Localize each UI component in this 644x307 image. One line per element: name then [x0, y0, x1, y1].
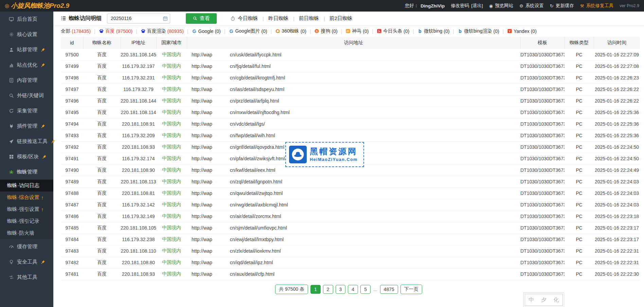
sidebar-item[interactable]: 核心设置: [0, 27, 53, 42]
next-page-button[interactable]: 下一页: [400, 285, 422, 294]
sidebar-subitem[interactable]: 蜘蛛·强引记录: [0, 215, 53, 227]
sidebar-item[interactable]: 后台首页: [0, 12, 53, 27]
filter-separator: |: [341, 29, 342, 34]
cell-url: http://wapcn/fwp/detail/wih.html: [187, 130, 520, 141]
change-password-link[interactable]: 修改密码: [451, 3, 469, 9]
tab-separator: |: [293, 16, 294, 21]
sidebar-item[interactable]: 外链/关键词: [0, 88, 53, 103]
sidebar-item[interactable]: 蜘蛛管理: [0, 164, 53, 180]
sidebar-item[interactable]: 插件管理: [0, 119, 53, 134]
view-button[interactable]: 查看: [186, 13, 217, 24]
repair-tool-link[interactable]: ⚒ 系统修复工具: [580, 3, 614, 9]
sidebar-item[interactable]: 模板/区块: [0, 149, 53, 164]
cell-spider-type: PC: [565, 118, 594, 130]
cell-visit-time: 2025-01-16 22:22:30: [594, 268, 640, 280]
page-button-3[interactable]: 3: [336, 285, 346, 294]
spider-filter[interactable]: S 搜狗 (0): [314, 28, 337, 34]
page-button-4[interactable]: 4: [348, 285, 358, 294]
page-button-5[interactable]: 5: [360, 285, 371, 294]
cell-visit-time: 2025-01-16 22:26:22: [594, 95, 640, 107]
refresh-icon: ↻: [550, 3, 554, 8]
cell-template: DT1030/1030DT3673: [520, 234, 565, 245]
spider-filter[interactable]: b 微软bing (0): [417, 28, 450, 34]
cell-region: 中国境内: [156, 245, 187, 257]
sidebar-item[interactable]: 链接推送工具: [0, 134, 53, 149]
logout-link[interactable]: [退出]: [471, 3, 483, 9]
system-settings-link[interactable]: ⚙ 系统设置: [519, 3, 544, 9]
cell-url: http://wapcn/ewj/detail/lmxtbpy.html: [187, 234, 520, 245]
censored-domain: [212, 87, 230, 92]
spider-filter[interactable]: Y Yandex (0): [507, 29, 537, 34]
spider-filter[interactable]: 头 今日头条 (0): [377, 28, 409, 34]
tab-1[interactable]: 今日蜘蛛: [238, 15, 258, 22]
spider-filter[interactable]: 百度渲染 (80935): [141, 28, 184, 34]
cell-spider-type: PC: [565, 72, 594, 84]
preview-site-link[interactable]: ◉ 预览网站: [489, 3, 513, 9]
col-ip: IP地址: [121, 37, 156, 49]
cell-spider-name: 百度: [83, 84, 121, 95]
spider-filter[interactable]: 360蜘蛛 (0): [275, 28, 306, 34]
update-cache-link[interactable]: ↻ 更新缓存: [550, 3, 574, 9]
spider-filter[interactable]: G Google图片 (0): [229, 28, 267, 34]
cell-spider-type: PC: [565, 268, 594, 280]
cell-template: DT1030/1030DT3673: [520, 118, 565, 130]
filter-separator: |: [453, 29, 454, 34]
cell-spider-name: 百度: [83, 118, 121, 130]
pin-icon: [41, 48, 45, 52]
pin-icon: [41, 260, 45, 264]
cell-spider-type: PC: [565, 49, 594, 60]
spider-filter[interactable]: 百度 (97500): [99, 28, 132, 34]
cell-template: DT1030/1030DT3673: [520, 211, 565, 222]
col-template: 模板: [520, 37, 565, 49]
cell-spider-name: 百度: [83, 257, 121, 268]
sidebar-item[interactable]: 站点优化: [0, 57, 53, 73]
sidebar-item[interactable]: 其他工具: [0, 270, 53, 285]
filter-separator: |: [136, 29, 137, 34]
spider-filter[interactable]: 全部 (178435): [61, 28, 91, 34]
shenma-icon: 神: [345, 29, 351, 34]
sidebar-item[interactable]: 内容管理: [0, 73, 53, 88]
pagination: 共 97500 条12345...4875下一页: [53, 285, 644, 294]
cell-ip: 220.181.108.110: [121, 245, 156, 257]
tab-4[interactable]: 前2日蜘蛛: [329, 15, 353, 22]
cell-url: http://wapcn/zlx/detail/ioxkmv.html: [187, 245, 520, 257]
sidebar-item[interactable]: 采集管理: [0, 103, 53, 119]
sidebar-subitem[interactable]: 蜘蛛·访问日志: [0, 180, 53, 192]
sidebar-subitem[interactable]: 蜘蛛·强引设置 ↑: [0, 203, 53, 215]
cell-template: DT1030/1030DT3673: [520, 199, 565, 211]
sidebar-subitem[interactable]: 蜘蛛·防火墙: [0, 227, 53, 239]
cell-ip: 220.181.108.93: [121, 268, 156, 280]
censored-domain: [212, 53, 230, 57]
spider-filterbar: 全部 (178435) | 百度 (97500) | 百度渲染 (80935) …: [53, 25, 644, 37]
sidebar-item[interactable]: 安全工具: [0, 254, 53, 270]
date-input[interactable]: [107, 14, 170, 23]
cell-visit-time: 2025-01-16 22:24:50: [594, 153, 640, 164]
cell-template: DT1030/1030DT3673: [520, 84, 565, 95]
cell-template: DT1030/1030DT3673: [520, 187, 565, 199]
cell-ip: 220.181.108.144: [121, 95, 156, 107]
page-button-1[interactable]: 1: [310, 285, 321, 294]
spider-filter[interactable]: G Google (0): [192, 29, 221, 34]
censored-domain: [212, 203, 230, 207]
cell-spider-name: 百度: [83, 107, 121, 118]
cell-spider-type: PC: [565, 130, 594, 141]
table-row: 97499 百度 116.179.32.197 中国境内 http://wapc…: [61, 60, 640, 72]
gauge-icon: [8, 244, 14, 250]
sidebar-subitem[interactable]: 蜘蛛·综合设置 ↑: [0, 192, 53, 203]
cell-region: 中国境内: [156, 199, 187, 211]
cell-region: 中国境内: [156, 211, 187, 222]
cell-template: DT1030/1030DT3673: [520, 107, 565, 118]
tab-2[interactable]: 昨日蜘蛛: [268, 15, 289, 22]
cell-id: 97496: [61, 95, 83, 107]
cell-region: 中国境内: [156, 107, 187, 118]
sidebar-item[interactable]: 缓存管理: [0, 239, 53, 254]
cell-spider-type: PC: [565, 211, 594, 222]
sidebar-item[interactable]: 站群管理: [0, 42, 53, 57]
page-button-4875[interactable]: 4875: [380, 285, 398, 294]
up-arrow-icon: ↑: [41, 206, 44, 212]
tab-3[interactable]: 前日蜘蛛: [299, 15, 319, 22]
cell-template: DT1030/1030DT3673: [520, 49, 565, 60]
spider-filter[interactable]: 神 神马 (0): [345, 28, 369, 34]
page-button-2[interactable]: 2: [323, 285, 333, 294]
spider-filter[interactable]: b 微软bing渲染 (0): [458, 28, 499, 34]
